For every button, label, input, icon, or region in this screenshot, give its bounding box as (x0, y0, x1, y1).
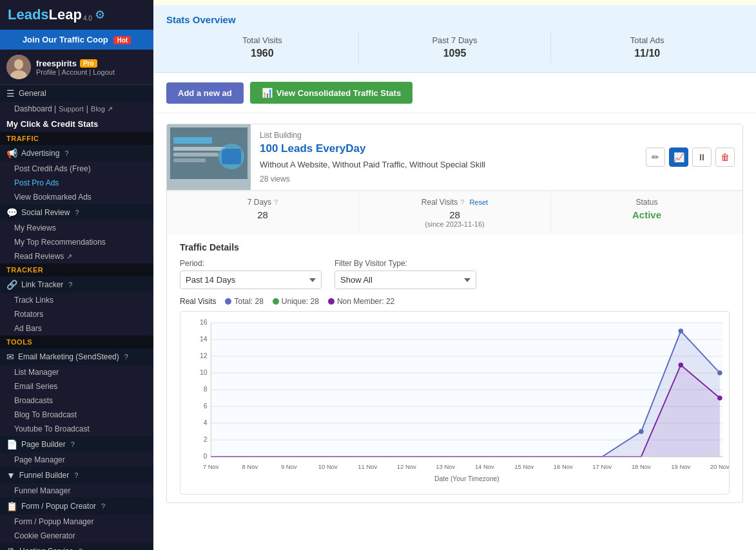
sidebar-section-hosting[interactable]: 🖥 Hosting Service ? (0, 543, 153, 550)
sidebar-section-page-builder[interactable]: 📄 Page Builder ? (0, 436, 153, 453)
svg-text:11 Nov: 11 Nov (358, 463, 377, 470)
sidebar-logo: LeadsLeap 4.0 ⚙ (0, 0, 153, 30)
sidebar-click-credit[interactable]: My Click & Credit Stats (0, 116, 153, 132)
sidebar-link-blog-broadcast[interactable]: Blog To Broadcast (0, 408, 153, 422)
sidebar-link-dashboard[interactable]: Dashboard | Support | Blog ↗ (0, 102, 153, 116)
sidebar-link-page-manager[interactable]: Page Manager (0, 453, 153, 467)
ad-stat-real-visits: Real Visits ? Reset 28 (since 2023-11-16… (359, 191, 551, 234)
user-name-row: freespirits Pro (36, 59, 115, 68)
svg-text:14 Nov: 14 Nov (475, 463, 494, 470)
ad-status-value: Active (551, 209, 742, 220)
sidebar-link-my-reviews[interactable]: My Reviews (0, 221, 153, 235)
sidebar-link-list-manager[interactable]: List Manager (0, 365, 153, 379)
username: freespirits (36, 59, 77, 68)
chart-dot-total-18 (639, 430, 644, 435)
svg-text:15 Nov: 15 Nov (514, 463, 534, 470)
profile-link[interactable]: Profile (36, 68, 56, 76)
ad-stats-row: 7 Days ? 28 Real Visits ? Reset 28 (sinc… (167, 191, 742, 234)
delete-ad-button[interactable]: 🗑 (715, 147, 735, 167)
sidebar-link-post-credit-ads[interactable]: Post Credit Ads (Free) (0, 162, 153, 176)
legend-unique-dot (273, 298, 279, 305)
traffic-coop-label: Join Our Traffic Coop (23, 35, 108, 44)
account-link[interactable]: Account (62, 68, 88, 76)
sidebar-section-advertising[interactable]: 📢 Advertising ? (0, 145, 153, 162)
7days-help-icon: ? (274, 198, 278, 206)
svg-rect-10 (222, 149, 241, 164)
page-builder-icon: 📄 (6, 439, 17, 450)
sidebar-section-email-marketing[interactable]: ✉ Email Marketing (SendSteed) ? (0, 348, 153, 365)
user-links: Profile | Account | Logout (36, 68, 115, 76)
tracker-subsection-label: Tracker (0, 263, 153, 276)
chart-container: 0 2 4 6 8 10 12 14 16 7 Nov 8 Nov 9 Nov (180, 311, 730, 495)
social-review-label: Social Review (21, 208, 70, 217)
sidebar-link-ad-bars[interactable]: Ad Bars (0, 321, 153, 336)
chart-icon: 📊 (262, 88, 273, 98)
sidebar-link-email-series[interactable]: Email Series (0, 379, 153, 394)
sidebar-link-broadcasts[interactable]: Broadcasts (0, 394, 153, 408)
legend-total-label: Total: 28 (234, 297, 263, 306)
svg-text:12: 12 (200, 352, 208, 359)
user-info: freespirits Pro Profile | Account | Logo… (36, 59, 115, 76)
legend-nonmember-dot (328, 298, 334, 305)
svg-point-1 (14, 59, 23, 70)
link-tracker-help-icon: ? (68, 281, 72, 289)
social-review-help-icon: ? (75, 209, 79, 216)
period-select[interactable]: Past 14 Days Past 7 Days Past 30 Days Pa… (180, 270, 322, 289)
edit-ad-button[interactable]: ✏ (646, 147, 665, 167)
svg-rect-8 (173, 158, 206, 162)
legend-unique: Unique: 28 (273, 297, 319, 306)
sidebar-link-cookie-generator[interactable]: Cookie Generator (0, 529, 153, 543)
sidebar-section-link-tracker[interactable]: 🔗 Link Tracker ? (0, 276, 153, 293)
sidebar-section-form-popup[interactable]: 📋 Form / Popup Creator ? (0, 498, 153, 515)
chart-legend: Real Visits Total: 28 Unique: 28 Non Mem… (180, 297, 730, 306)
ad-stat-real-visits-sub: (since 2023-11-16) (359, 220, 550, 228)
svg-text:4: 4 (204, 419, 208, 426)
sidebar-link-youtube-broadcast[interactable]: Youtube To Broadcast (0, 422, 153, 436)
sidebar-section-general[interactable]: ☰ General (0, 85, 153, 102)
reset-link[interactable]: Reset (469, 198, 488, 206)
visitor-type-filter-label: Filter By Visitor Type: (334, 259, 476, 268)
sidebar: LeadsLeap 4.0 ⚙ Join Our Traffic Coop Ho… (0, 0, 153, 550)
stat-card-total-visits-label: Total Visits (166, 35, 358, 45)
sidebar-link-post-pro-ads[interactable]: Post Pro Ads (0, 176, 153, 190)
top-yellow-bar (153, 0, 756, 5)
sidebar-link-form-popup-manager[interactable]: Form / Popup Manager (0, 515, 153, 529)
page-builder-help-icon: ? (71, 441, 75, 448)
chart-svg-wrap: 0 2 4 6 8 10 12 14 16 7 Nov 8 Nov 9 Nov (180, 312, 729, 494)
traffic-chart-svg: 0 2 4 6 8 10 12 14 16 7 Nov 8 Nov 9 Nov (180, 312, 729, 492)
view-consolidated-stats-button[interactable]: 📊 View Consolidated Traffic Stats (250, 82, 412, 104)
stats-ad-button[interactable]: 📈 (669, 147, 688, 167)
stat-card-past-7-days-value: 1095 (359, 48, 551, 59)
sidebar-link-bookmarked-ads[interactable]: View Bookmarked Ads (0, 190, 153, 204)
svg-text:10 Nov: 10 Nov (318, 463, 338, 470)
chart-dot-nonmember-19 (679, 363, 684, 368)
sidebar-link-funnel-manager[interactable]: Funnel Manager (0, 484, 153, 498)
sidebar-section-social-review[interactable]: 💬 Social Review ? (0, 204, 153, 221)
svg-text:7 Nov: 7 Nov (203, 463, 219, 470)
logo-text: LeadsLeap (8, 6, 82, 23)
ad-stat-7days-value: 28 (167, 209, 358, 220)
ad-stat-status-label: Status (551, 198, 742, 207)
sidebar-link-top-recommendations[interactable]: My Top Recommendations (0, 235, 153, 249)
traffic-coop-button[interactable]: Join Our Traffic Coop Hot (0, 30, 153, 50)
ad-actions: ✏ 📈 ⏸ 🗑 (638, 124, 742, 190)
visitor-type-filter-group: Filter By Visitor Type: Show All Members… (334, 259, 476, 289)
ad-stat-status: Status Active (551, 191, 742, 234)
sidebar-section-funnel-builder[interactable]: ▼ Funnel Builder ? (0, 467, 153, 484)
svg-text:14: 14 (200, 336, 208, 343)
sidebar-link-read-reviews[interactable]: Read Reviews ↗ (0, 249, 153, 263)
logout-link[interactable]: Logout (93, 68, 115, 76)
advertising-icon: 📢 (6, 148, 17, 158)
hosting-icon: 🖥 (6, 546, 15, 550)
svg-text:20 Nov: 20 Nov (710, 463, 729, 470)
stat-card-past-7-days-label: Past 7 Days (359, 35, 551, 45)
sidebar-link-rotators[interactable]: Rotators (0, 307, 153, 321)
sidebar-link-track-links[interactable]: Track Links (0, 293, 153, 307)
stat-card-total-ads-label: Total Ads (551, 35, 743, 45)
add-new-ad-button[interactable]: Add a new ad (166, 82, 244, 104)
stats-cards: Total Visits 1960 Past 7 Days 1095 Total… (166, 32, 743, 63)
form-popup-icon: 📋 (6, 501, 17, 511)
pause-ad-button[interactable]: ⏸ (692, 147, 712, 167)
legend-total: Total: 28 (225, 297, 263, 306)
visitor-type-select[interactable]: Show All Members Only Non Members Only (334, 270, 476, 289)
